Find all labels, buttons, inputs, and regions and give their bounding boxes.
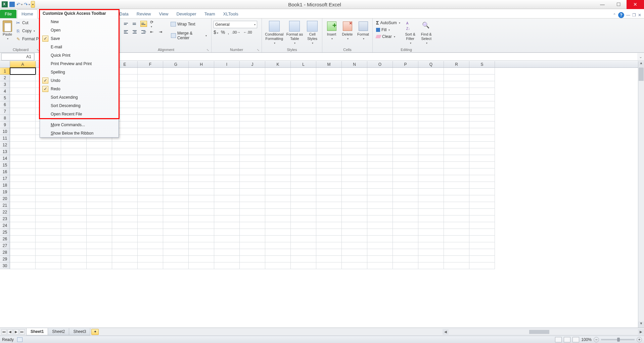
cell[interactable] [189,142,214,148]
cell[interactable] [444,215,469,222]
cell[interactable] [444,222,469,229]
cell[interactable] [138,88,163,95]
cell[interactable] [240,222,265,229]
cell[interactable] [265,121,291,128]
cell[interactable] [291,249,316,256]
cell[interactable] [291,115,316,121]
cell[interactable] [10,195,36,202]
cell[interactable] [444,128,469,135]
cell[interactable] [240,148,265,155]
cell[interactable] [444,155,469,162]
comma-format-button[interactable]: , [228,30,229,35]
cell[interactable] [189,215,214,222]
cell[interactable] [112,195,138,202]
cell[interactable] [87,162,112,168]
column-header[interactable]: S [469,61,495,67]
cell[interactable] [393,229,418,236]
row-header[interactable]: 4 [0,88,10,95]
cell[interactable] [240,195,265,202]
cell[interactable] [61,175,87,182]
cell[interactable] [265,229,291,236]
cell[interactable] [291,155,316,162]
cell[interactable] [36,195,61,202]
cell[interactable] [342,256,367,262]
cell[interactable] [61,242,87,249]
cell[interactable] [342,68,367,75]
cell[interactable] [138,222,163,229]
cell[interactable] [138,168,163,175]
row-header[interactable]: 1 [0,68,10,75]
cell[interactable] [342,229,367,236]
cell[interactable] [418,88,444,95]
cell[interactable] [418,135,444,142]
cell[interactable] [342,202,367,209]
cell[interactable] [418,262,444,269]
excel-logo-icon[interactable] [1,1,8,8]
cell[interactable] [393,242,418,249]
cell[interactable] [265,175,291,182]
cell[interactable] [61,195,87,202]
format-painter-button[interactable]: ✎Format Painter [14,36,40,42]
cell[interactable] [469,229,495,236]
cell[interactable] [10,95,36,101]
column-header[interactable]: J [240,61,265,67]
cell[interactable] [214,262,240,269]
cell[interactable] [393,121,418,128]
cell[interactable] [469,88,495,95]
cell[interactable] [342,189,367,195]
cell[interactable] [189,95,214,101]
cell[interactable] [214,242,240,249]
cell[interactable] [291,75,316,81]
row-header[interactable]: 27 [0,242,10,249]
increase-indent-button[interactable]: ⇥ [158,29,165,35]
cell[interactable] [418,101,444,108]
cell[interactable] [189,209,214,215]
file-tab[interactable]: File [0,10,16,18]
cell[interactable] [393,155,418,162]
name-box[interactable]: A1 [1,53,34,60]
cell[interactable] [240,215,265,222]
cell[interactable] [240,75,265,81]
cell[interactable] [316,101,342,108]
cell[interactable] [138,81,163,88]
cell[interactable] [138,189,163,195]
cell[interactable] [87,142,112,148]
cell[interactable] [418,75,444,81]
cell[interactable] [265,256,291,262]
cell[interactable] [342,182,367,189]
cell[interactable] [418,115,444,121]
cell[interactable] [393,262,418,269]
cell[interactable] [112,148,138,155]
cell[interactable] [112,222,138,229]
autosum-button[interactable]: ΣAutoSum▾ [375,19,402,26]
cell[interactable] [163,95,189,101]
formula-bar[interactable] [34,53,637,60]
cell[interactable] [189,222,214,229]
qat-show-below[interactable]: Show Below the Ribbon [40,129,119,137]
cell[interactable] [87,262,112,269]
cell[interactable] [418,222,444,229]
delete-button[interactable]: Delete▾ [340,19,355,41]
column-header[interactable]: F [138,61,163,67]
cell[interactable] [240,256,265,262]
cell[interactable] [240,121,265,128]
cell[interactable] [367,128,393,135]
cell[interactable] [61,155,87,162]
cell[interactable] [61,189,87,195]
cell[interactable] [418,242,444,249]
cell[interactable] [342,121,367,128]
cell[interactable] [342,95,367,101]
cell[interactable] [163,115,189,121]
cell[interactable] [367,262,393,269]
cell[interactable] [291,101,316,108]
cell[interactable] [469,168,495,175]
cell[interactable] [61,142,87,148]
cell[interactable] [469,75,495,81]
cell[interactable] [469,175,495,182]
cell[interactable] [316,189,342,195]
cell[interactable] [469,95,495,101]
cell[interactable] [189,162,214,168]
cell[interactable] [138,142,163,148]
cell[interactable] [265,108,291,115]
cell[interactable] [265,195,291,202]
